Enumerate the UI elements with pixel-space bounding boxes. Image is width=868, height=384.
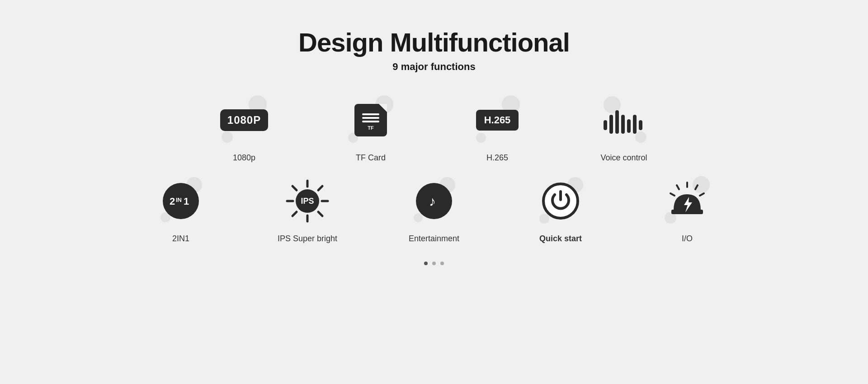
svg-line-15 (318, 212, 322, 216)
icon-wrapper-1080p: 1080P (219, 95, 269, 145)
svg-text:IN: IN (176, 197, 182, 203)
pagination (424, 262, 444, 265)
feature-tf-card: TF TF Card (335, 95, 407, 163)
icon-wrapper-quick-start (536, 176, 585, 226)
svg-rect-1 (609, 115, 613, 134)
icon-wrapper-tf-card: TF (346, 95, 396, 145)
svg-text:2: 2 (170, 196, 175, 207)
icon-wrapper-2in1: 2 IN 1 (156, 176, 206, 226)
icon-wrapper-entertainment: ♪ (409, 176, 459, 226)
feature-quick-start: Quick start (524, 176, 597, 244)
2in1-svg: 2 IN 1 (169, 195, 193, 207)
feature-h265: H.265 H.265 (461, 95, 533, 163)
icon-tf-card: TF (354, 104, 387, 136)
svg-rect-2 (615, 110, 619, 134)
page-header: Design Multifunctional 9 major functions (298, 27, 570, 73)
svg-text:♪: ♪ (429, 194, 436, 209)
features-row-2: 2 IN 1 2IN1 (145, 176, 723, 244)
svg-line-23 (677, 185, 679, 189)
feature-2in1: 2 IN 1 2IN1 (145, 176, 217, 244)
pagination-dot-3[interactable] (440, 262, 444, 265)
power-button-svg (542, 183, 579, 220)
icon-io (667, 181, 708, 221)
label-quick-start: Quick start (539, 234, 582, 244)
voice-bars-svg (601, 107, 646, 134)
page-title: Design Multifunctional (298, 27, 570, 57)
label-2in1: 2IN1 (172, 234, 189, 244)
icon-1080p: 1080P (220, 109, 268, 131)
io-alarm-svg (667, 181, 708, 221)
icon-wrapper-voice (599, 95, 649, 145)
svg-rect-27 (671, 210, 703, 214)
label-h265: H.265 (486, 153, 508, 163)
feature-voice-control: Voice control (588, 95, 660, 163)
svg-line-24 (695, 185, 698, 189)
icon-wrapper-ips: IPS (283, 176, 332, 226)
page-subtitle: 9 major functions (298, 61, 570, 73)
feature-entertainment: ♪ Entertainment (398, 176, 470, 244)
svg-rect-0 (604, 120, 607, 130)
pagination-dot-1[interactable] (424, 262, 428, 265)
icon-entertainment: ♪ (416, 183, 452, 219)
icon-wrapper-h265: H.265 (472, 95, 522, 145)
features-container: 1080P 1080p TF (145, 95, 723, 244)
icon-quick-start (542, 183, 579, 220)
label-voice-control: Voice control (600, 153, 647, 163)
icon-voice-control (601, 107, 646, 134)
feature-1080p: 1080P 1080p (208, 95, 280, 163)
features-row-1: 1080P 1080p TF (145, 95, 723, 163)
label-ips: IPS Super bright (278, 234, 337, 243)
ips-sun-svg: IPS (285, 178, 330, 224)
icon-wrapper-io (662, 176, 712, 226)
svg-rect-5 (633, 115, 637, 134)
music-note-svg: ♪ (425, 192, 443, 211)
icon-h265: H.265 (476, 110, 519, 131)
icon-2in1: 2 IN 1 (163, 183, 199, 219)
label-ips-container: ips IPS Super bright (278, 234, 337, 244)
svg-text:IPS: IPS (301, 197, 314, 206)
svg-line-17 (292, 212, 297, 216)
bg-circle (476, 133, 486, 143)
feature-io: I/O (651, 176, 723, 244)
feature-ips: IPS ips IPS Super bright (271, 176, 344, 244)
svg-text:1: 1 (184, 196, 189, 207)
svg-line-26 (700, 193, 704, 196)
label-1080p: 1080p (233, 153, 255, 163)
bg-circle (222, 131, 233, 143)
label-io: I/O (682, 234, 693, 244)
svg-line-14 (292, 186, 297, 190)
label-entertainment: Entertainment (409, 234, 459, 244)
icon-ips: IPS (285, 178, 330, 224)
svg-line-25 (670, 193, 675, 196)
badge-1080p: 1080P (220, 109, 268, 131)
svg-rect-3 (621, 115, 625, 134)
badge-h265: H.265 (476, 110, 519, 131)
label-tf-card: TF Card (356, 153, 386, 163)
pagination-dot-2[interactable] (432, 262, 436, 265)
svg-rect-4 (627, 119, 631, 133)
svg-rect-6 (639, 120, 642, 130)
svg-line-16 (318, 186, 322, 190)
